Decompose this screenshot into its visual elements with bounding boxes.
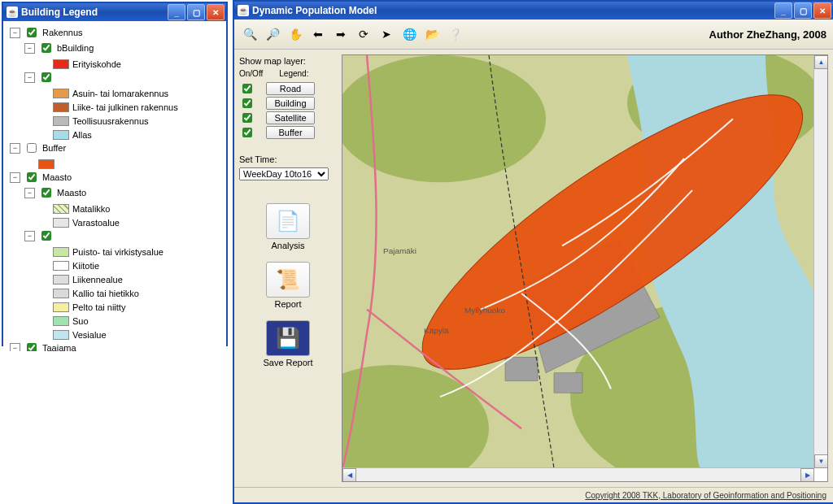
set-time-select[interactable]: WeekDay 10to16: [239, 167, 329, 180]
layer-legend-button[interactable]: Buffer: [266, 126, 315, 139]
set-time-label: Set Time:: [239, 154, 337, 164]
legend-label: Puisto- tai virkistysalue: [72, 247, 164, 257]
tree-node[interactable]: −: [24, 228, 57, 243]
layer-toggle[interactable]: [242, 128, 252, 137]
legend-label: Kiitotie: [72, 261, 99, 271]
tree-node[interactable]: −: [24, 70, 57, 85]
layer-legend-button[interactable]: Building: [266, 97, 315, 110]
map-scrollbar-horizontal[interactable]: ◀ ▶: [342, 467, 814, 481]
legend-label: Suo: [72, 316, 89, 326]
legend-label: Allas: [72, 130, 92, 140]
map-scrollbar-vertical[interactable]: ▲ ▼: [813, 55, 827, 468]
analysis-button[interactable]: 📄 Analysis: [239, 203, 337, 250]
back-icon[interactable]: ⬅: [309, 25, 327, 43]
report-caption: Report: [274, 299, 301, 309]
collapse-icon[interactable]: −: [10, 343, 20, 352]
map-toolbar: 🔍🔎✋⬅➡⟳➤🌐📂❔ Author ZheZhang, 2008: [234, 20, 833, 50]
main-window: ☕ Dynamic Population Model _ ▢ ✕ 🔍🔎✋⬅➡⟳➤…: [233, 0, 833, 504]
collapse-icon[interactable]: −: [10, 172, 20, 183]
legend-label: Vesialue: [72, 330, 107, 340]
refresh-icon[interactable]: ⟳: [355, 25, 373, 43]
maximize-button[interactable]: ▢: [794, 2, 812, 19]
scroll-up-icon[interactable]: ▲: [814, 55, 828, 69]
collapse-icon[interactable]: −: [10, 28, 20, 38]
layer-toggle[interactable]: [242, 84, 252, 93]
footer-copyright: Copyright 2008 TKK, Laboratory of Geoinf…: [234, 487, 833, 502]
color-swatch: [53, 247, 69, 257]
collapse-icon[interactable]: −: [24, 231, 35, 241]
tree-label: Rakennus: [42, 28, 83, 37]
tree-node[interactable]: −Rakennus: [10, 25, 83, 40]
report-button[interactable]: 📜 Report: [239, 262, 337, 309]
tree-label: Maasto: [57, 188, 86, 198]
scroll-down-icon[interactable]: ▼: [814, 454, 828, 468]
color-swatch: [53, 302, 69, 312]
open-icon[interactable]: 📂: [423, 25, 441, 43]
color-swatch: [53, 330, 69, 340]
legend-entry: Matalikko: [39, 204, 110, 214]
tree-node[interactable]: −Buffer: [10, 141, 66, 155]
pointer-icon[interactable]: ➤: [377, 25, 395, 43]
collapse-icon[interactable]: −: [24, 43, 35, 54]
color-swatch: [53, 289, 69, 298]
color-swatch: [53, 275, 69, 285]
color-swatch: [53, 316, 69, 326]
collapse-icon[interactable]: −: [10, 143, 20, 154]
close-button[interactable]: ✕: [207, 4, 225, 20]
legend-title-bar[interactable]: ☕ Building Legend _ ▢ ✕: [3, 3, 226, 21]
tree-checkbox[interactable]: [27, 172, 37, 182]
help-icon[interactable]: ❔: [446, 25, 464, 43]
map-label-kapyla: Käpylä: [424, 326, 449, 335]
minimize-button[interactable]: _: [774, 2, 792, 19]
zoom-out-icon[interactable]: 🔎: [264, 25, 281, 43]
tree-checkbox[interactable]: [41, 43, 51, 53]
layer-legend-button[interactable]: Satellite: [266, 111, 315, 124]
zoom-in-icon[interactable]: 🔍: [241, 25, 259, 43]
color-swatch: [53, 89, 69, 98]
java-icon: ☕: [7, 7, 18, 18]
collapse-icon[interactable]: −: [24, 188, 35, 198]
svg-rect-5: [505, 357, 538, 380]
tree-checkbox[interactable]: [27, 28, 37, 37]
scroll-right-icon[interactable]: ▶: [800, 468, 814, 482]
color-swatch: [53, 130, 69, 140]
collapse-icon[interactable]: −: [24, 72, 35, 83]
layer-toggle[interactable]: [242, 98, 252, 108]
close-button[interactable]: ✕: [813, 2, 831, 19]
legend-window: ☕ Building Legend _ ▢ ✕ −Rakennus−bBuild…: [2, 2, 228, 346]
tree-checkbox[interactable]: [41, 188, 51, 198]
svg-rect-6: [554, 373, 582, 393]
minimize-button[interactable]: _: [168, 4, 185, 20]
legend-label: Liike- tai julkinen rakennus: [72, 102, 178, 112]
legend-tree: −Rakennus−bBuildingErityiskohde−Asuin- t…: [3, 21, 226, 351]
map-canvas[interactable]: Pajamäki Käpylä Myllyhuoko ▲ ▼ ◀ ▶: [342, 54, 828, 482]
svg-point-1: [342, 55, 546, 182]
tree-node[interactable]: −bBuilding: [24, 41, 94, 55]
legend-entry: Liike- tai julkinen rakennus: [39, 102, 178, 112]
tree-node[interactable]: −Taajama: [10, 341, 76, 351]
legend-entry: Suo: [39, 316, 89, 326]
tree-checkbox[interactable]: [41, 231, 51, 241]
tree-checkbox[interactable]: [27, 143, 37, 153]
legend-label: Erityiskohde: [72, 59, 121, 69]
legend-label: Matalikko: [72, 204, 110, 214]
pan-icon[interactable]: ✋: [286, 25, 304, 43]
layer-legend-button[interactable]: Road: [266, 82, 315, 95]
analysis-caption: Analysis: [272, 241, 305, 250]
tree-checkbox[interactable]: [27, 343, 37, 351]
layer-row: Building: [239, 96, 337, 111]
color-swatch: [38, 159, 55, 169]
maximize-button[interactable]: ▢: [187, 4, 205, 20]
main-title-bar[interactable]: ☕ Dynamic Population Model _ ▢ ✕: [234, 2, 833, 20]
tree-checkbox[interactable]: [41, 72, 51, 82]
tree-node[interactable]: −Maasto: [24, 185, 86, 200]
globe-icon[interactable]: 🌐: [400, 25, 418, 43]
tree-node[interactable]: −Maasto: [10, 170, 72, 185]
color-swatch: [53, 204, 69, 214]
legend-entry: Varastoalue: [39, 218, 120, 228]
scroll-left-icon[interactable]: ◀: [342, 468, 356, 482]
save-report-button[interactable]: 💾 Save Report: [239, 320, 337, 367]
forward-icon[interactable]: ➡: [332, 25, 350, 43]
layer-row: Road: [239, 81, 337, 96]
layer-toggle[interactable]: [242, 113, 252, 123]
